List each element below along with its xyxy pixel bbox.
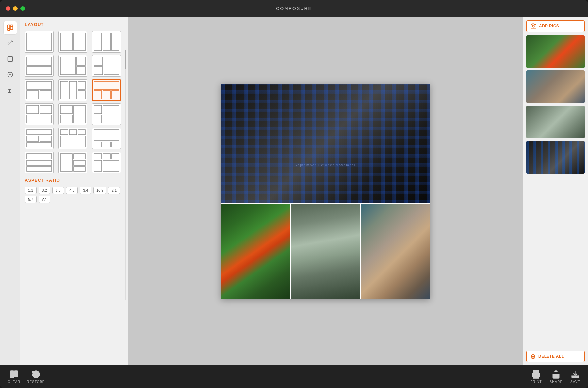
svg-rect-30: [78, 91, 85, 99]
svg-rect-29: [78, 81, 85, 89]
thumbnail-monkey[interactable]: [526, 70, 585, 103]
layout-section-title: LAYOUT: [25, 22, 123, 27]
layout-option-12[interactable]: [92, 103, 121, 125]
layout-option-5[interactable]: [58, 55, 87, 77]
ar-2-3[interactable]: 2:3: [52, 187, 64, 194]
svg-rect-53: [94, 142, 102, 147]
layout-option-10[interactable]: [25, 103, 54, 125]
svg-rect-72: [11, 375, 14, 378]
svg-rect-0: [7, 25, 9, 28]
ar-16-9[interactable]: 16:9: [93, 187, 106, 194]
svg-rect-12: [74, 33, 85, 51]
svg-rect-3: [7, 29, 9, 31]
svg-rect-1: [10, 25, 12, 27]
bottom-left-actions: CLEAR RESTORE: [8, 370, 45, 384]
close-button[interactable]: [6, 6, 10, 11]
svg-rect-23: [94, 67, 103, 75]
layout-grid: [25, 31, 123, 173]
thumbnail-railroad[interactable]: [526, 106, 585, 138]
layout-option-9[interactable]: [92, 79, 121, 101]
svg-rect-15: [112, 33, 119, 51]
canvas-flower-image: [221, 204, 290, 299]
canvas-railroad-image: [291, 204, 360, 299]
canvas-market-image: [221, 84, 430, 203]
save-action[interactable]: SAVE: [570, 370, 580, 384]
layout-option-4[interactable]: [25, 55, 54, 77]
canvas-cell-monkey[interactable]: [360, 204, 430, 299]
layout-option-17[interactable]: [58, 152, 87, 173]
svg-rect-8: [8, 57, 12, 62]
layout-option-11[interactable]: [58, 103, 87, 125]
ar-3-2[interactable]: 3:2: [39, 187, 50, 194]
bottom-right-actions: PRINT SHARE SAVE: [531, 370, 580, 384]
layout-option-2[interactable]: [58, 31, 87, 53]
canvas-cell-railroad[interactable]: [290, 204, 360, 299]
app-title: COMPOSURE: [276, 6, 312, 11]
save-icon: [571, 370, 580, 379]
svg-rect-60: [74, 154, 85, 159]
minimize-button[interactable]: [13, 6, 18, 11]
layout-option-18[interactable]: [92, 152, 121, 173]
ar-4-3[interactable]: 4:3: [66, 187, 78, 194]
layout-option-14[interactable]: [58, 128, 87, 149]
svg-rect-56: [27, 154, 52, 159]
svg-rect-14: [103, 33, 110, 51]
ar-2-1[interactable]: 2:1: [108, 187, 120, 194]
print-icon: [531, 370, 541, 379]
tool-border[interactable]: [3, 52, 17, 66]
layout-option-8[interactable]: [58, 79, 87, 101]
tool-wand[interactable]: [3, 37, 17, 50]
svg-rect-21: [94, 57, 103, 65]
thumbnail-market[interactable]: [526, 141, 585, 174]
layout-option-7[interactable]: [25, 79, 54, 101]
right-panel: ADD PICS DELETE ALL: [523, 17, 588, 365]
restore-action[interactable]: RESTORE: [27, 370, 45, 384]
camera-icon: [531, 23, 536, 29]
clear-action[interactable]: CLEAR: [8, 370, 20, 384]
layout-scrollbar[interactable]: [125, 50, 126, 300]
save-label: SAVE: [570, 380, 580, 384]
svg-rect-35: [27, 105, 39, 114]
add-pics-button[interactable]: ADD PICS: [526, 20, 585, 32]
layout-option-15[interactable]: [92, 128, 121, 149]
ar-1-1[interactable]: 1:1: [25, 187, 37, 194]
svg-rect-10: [27, 33, 52, 51]
canvas-top-image[interactable]: [221, 84, 430, 204]
svg-rect-58: [27, 167, 52, 171]
add-pics-label: ADD PICS: [539, 24, 559, 28]
canvas-area: [128, 17, 523, 365]
svg-rect-39: [74, 105, 85, 123]
svg-rect-52: [94, 130, 119, 141]
layout-option-1[interactable]: [25, 31, 54, 53]
svg-rect-62: [74, 167, 85, 171]
svg-rect-18: [60, 57, 75, 75]
share-icon: [551, 370, 561, 379]
canvas-monkey-image: [361, 204, 430, 299]
svg-rect-19: [77, 57, 85, 65]
tool-mask[interactable]: [3, 68, 17, 82]
layout-option-6[interactable]: [92, 55, 121, 77]
thumbnail-list: [526, 35, 585, 348]
svg-rect-33: [103, 91, 110, 99]
svg-rect-20: [77, 67, 85, 75]
ar-3-4[interactable]: 3:4: [80, 187, 91, 194]
tool-layout[interactable]: [3, 21, 17, 35]
tool-text[interactable]: T: [3, 84, 17, 97]
svg-rect-59: [60, 154, 72, 171]
share-action[interactable]: SHARE: [550, 370, 563, 384]
svg-rect-66: [94, 160, 102, 171]
print-action[interactable]: PRINT: [531, 370, 542, 384]
ar-5-7[interactable]: 5:7: [25, 196, 37, 203]
svg-rect-63: [94, 154, 102, 159]
layout-option-13[interactable]: [25, 128, 54, 149]
svg-rect-50: [78, 130, 85, 135]
svg-rect-57: [27, 160, 52, 165]
canvas-cell-flower[interactable]: [221, 204, 290, 299]
layout-option-16[interactable]: [25, 152, 54, 173]
delete-all-button[interactable]: DELETE ALL: [526, 351, 585, 362]
thumbnail-flower[interactable]: [526, 35, 585, 68]
fullscreen-button[interactable]: [20, 6, 25, 11]
ar-a4[interactable]: A4: [39, 196, 50, 203]
svg-rect-64: [103, 154, 110, 159]
layout-option-3[interactable]: [92, 31, 121, 53]
